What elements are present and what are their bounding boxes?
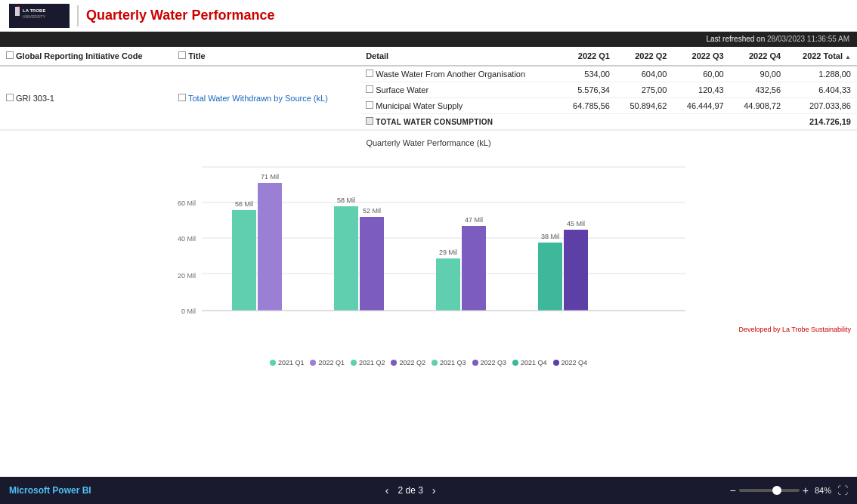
detail-cell: Municipal Water Supply (360, 98, 558, 114)
detail-cell: Waste Water From Another Organisation (360, 66, 558, 82)
chart-title: Quarterly Water Performance (kL) (366, 138, 490, 147)
legend-dot-2022-q3 (472, 360, 478, 366)
legend-dot-2021-q2 (351, 360, 357, 366)
powerbi-brand-link[interactable]: Microsoft Power BI (9, 485, 91, 496)
zoom-level: 84% (815, 486, 831, 495)
chart-legend: 2021 Q1 2022 Q1 2021 Q2 2022 Q2 2021 Q3 … (270, 359, 587, 366)
detail-cell: Surface Water (360, 82, 558, 98)
content-area: Global Reporting Initiative Code Title D… (0, 47, 857, 366)
refresh-label: Last refreshed on (706, 35, 765, 43)
university-logo: LA TROBE UNIVERSITY (9, 4, 70, 28)
zoom-out-button[interactable]: − (730, 484, 736, 496)
svg-text:0 Mil: 0 Mil (181, 308, 196, 315)
svg-text:29 Mil: 29 Mil (439, 249, 457, 256)
svg-text:LA TROBE: LA TROBE (23, 8, 45, 13)
logo-area: LA TROBE UNIVERSITY (9, 4, 70, 28)
row-checkbox[interactable] (6, 94, 14, 101)
bar-2021-q1[interactable] (232, 210, 256, 311)
total-cell: 214.726,19 (787, 114, 857, 130)
legend-dot-2022-q1 (310, 360, 316, 366)
col-q3: 2022 Q3 (673, 47, 729, 66)
detail-checkbox[interactable] (366, 101, 373, 109)
refresh-bar: Last refreshed on 28/03/2023 11:36:55 AM (0, 32, 857, 47)
gri-code-checkbox[interactable] (6, 51, 14, 59)
bar-2021-q2[interactable] (334, 206, 358, 311)
legend-2021-q2: 2021 Q2 (351, 359, 385, 366)
svg-text:58 Mil: 58 Mil (337, 196, 355, 204)
bar-2022-q2[interactable] (360, 217, 384, 311)
col-q4: 2022 Q4 (730, 47, 787, 66)
chart-container: 0 Mil 20 Mil 40 Mil 60 Mil 56 Mil 71 Mil… (156, 152, 701, 356)
page-info: 2 de 3 (398, 485, 422, 496)
legend-dot-2021-q1 (270, 360, 276, 366)
total-checkbox[interactable] (366, 117, 373, 125)
q4-cell: 44.908,72 (730, 98, 787, 114)
table-row: GRI 303-1 Total Water Withdrawn by Sourc… (0, 66, 857, 82)
col-detail: Detail (360, 47, 558, 66)
col-gri-code: Global Reporting Initiative Code (0, 47, 172, 66)
next-page-button[interactable]: › (429, 484, 439, 496)
q1-cell (559, 114, 616, 130)
svg-text:47 Mil: 47 Mil (465, 216, 483, 224)
q2-cell: 50.894,62 (616, 98, 673, 114)
bar-chart: 0 Mil 20 Mil 40 Mil 60 Mil 56 Mil 71 Mil… (156, 152, 701, 356)
bar-2022-q3[interactable] (462, 226, 486, 311)
footer-right: − + 84% ⛶ (730, 484, 848, 496)
legend-2021-q4: 2021 Q4 (512, 359, 547, 366)
footer: Microsoft Power BI ‹ 2 de 3 › − + 84% ⛶ (0, 477, 857, 504)
detail-checkbox[interactable] (366, 85, 373, 93)
title-checkbox[interactable] (178, 94, 186, 101)
svg-text:38 Mil: 38 Mil (541, 233, 559, 240)
q2-cell (616, 114, 673, 130)
pagination: ‹ 2 de 3 › (382, 484, 439, 496)
developed-by: Developed by La Trobe Sustainability (738, 326, 857, 333)
q3-cell: 60,00 (673, 66, 729, 82)
chart-section: Quarterly Water Performance (kL) 0 Mil 2… (0, 131, 857, 366)
refresh-value: 28/03/2023 11:36:55 AM (767, 35, 849, 43)
svg-text:45 Mil: 45 Mil (567, 220, 585, 227)
bar-2022-q1[interactable] (258, 183, 282, 311)
svg-text:52 Mil: 52 Mil (363, 207, 381, 215)
zoom-bar: − + 84% (730, 484, 831, 496)
title-checkbox[interactable] (178, 51, 186, 59)
detail-checkbox[interactable] (366, 70, 373, 77)
q1-cell: 5.576,34 (559, 82, 616, 98)
q1-cell: 534,00 (559, 66, 616, 82)
svg-text:71 Mil: 71 Mil (261, 173, 279, 181)
legend-dot-2021-q3 (432, 360, 438, 366)
legend-dot-2022-q2 (391, 360, 397, 366)
zoom-thumb[interactable] (772, 486, 781, 495)
water-data-table: Global Reporting Initiative Code Title D… (0, 47, 857, 130)
fit-screen-icon[interactable]: ⛶ (837, 484, 848, 496)
bar-2021-q3[interactable] (436, 258, 460, 311)
legend-2022-q2: 2022 Q2 (391, 359, 425, 366)
prev-page-button[interactable]: ‹ (382, 484, 392, 496)
zoom-in-button[interactable]: + (803, 484, 809, 496)
header: LA TROBE UNIVERSITY Quarterly Water Perf… (0, 0, 857, 32)
q4-cell: 90,00 (730, 66, 787, 82)
bar-2022-q4[interactable] (564, 230, 588, 311)
q4-cell: 432,56 (730, 82, 787, 98)
legend-2021-q1: 2021 Q1 (270, 359, 305, 366)
svg-text:40 Mil: 40 Mil (178, 235, 196, 243)
q3-cell: 120,43 (673, 82, 729, 98)
legend-2022-q4: 2022 Q4 (553, 359, 588, 366)
col-q2: 2022 Q2 (616, 47, 673, 66)
q2-cell: 604,00 (616, 66, 673, 82)
legend-dot-2022-q4 (553, 360, 559, 366)
col-total[interactable]: 2022 Total (787, 47, 857, 66)
total-cell: 1.288,00 (787, 66, 857, 82)
bar-2021-q4[interactable] (538, 243, 562, 311)
detail-cell: TOTAL WATER CONSUMPTION (360, 114, 558, 130)
zoom-slider[interactable] (739, 489, 800, 492)
svg-marker-1 (15, 7, 20, 16)
title-cell: Total Water Withdrawn by Source (kL) (172, 66, 360, 130)
legend-2022-q3: 2022 Q3 (472, 359, 507, 366)
table-header-row: Global Reporting Initiative Code Title D… (0, 47, 857, 66)
page-title: Quarterly Water Performance (86, 8, 274, 23)
col-q1: 2022 Q1 (559, 47, 616, 66)
total-cell: 6.404,33 (787, 82, 857, 98)
total-cell: 207.033,86 (787, 98, 857, 114)
svg-text:20 Mil: 20 Mil (178, 272, 196, 280)
q2-cell: 275,00 (616, 82, 673, 98)
